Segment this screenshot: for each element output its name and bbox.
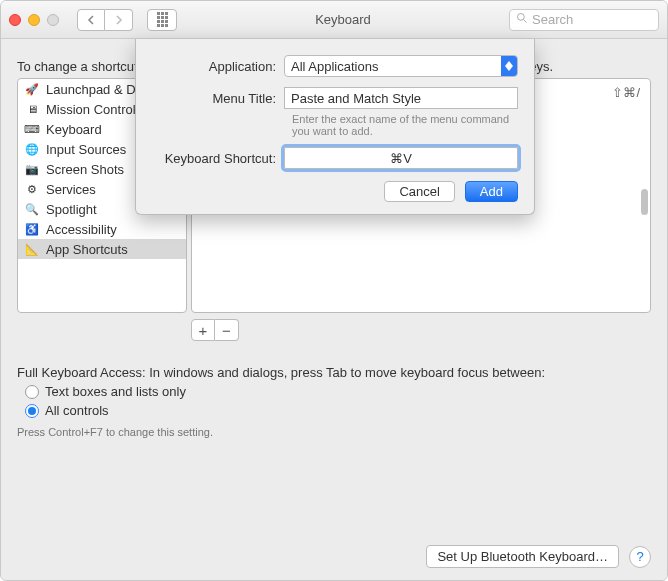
svg-point-0 [518, 14, 525, 21]
grid-icon [157, 12, 168, 27]
radio-checked-icon[interactable] [25, 404, 39, 418]
spotlight-icon: 🔍 [24, 201, 40, 217]
full-keyboard-access-section: Full Keyboard Access: In windows and dia… [17, 365, 651, 438]
fka-intro: Full Keyboard Access: In windows and dia… [17, 365, 651, 380]
menu-title-field[interactable]: Paste and Match Style [284, 87, 518, 109]
svg-line-1 [524, 20, 527, 23]
fka-option-all-controls[interactable]: All controls [25, 403, 651, 418]
search-field[interactable]: Search [509, 9, 659, 31]
keyboard-shortcut-label: Keyboard Shortcut: [152, 151, 284, 166]
zoom-icon [47, 14, 59, 26]
application-label: Application: [152, 59, 284, 74]
close-icon[interactable] [9, 14, 21, 26]
minimize-icon[interactable] [28, 14, 40, 26]
add-remove-buttons: + − [191, 319, 651, 341]
sidebar-item-accessibility[interactable]: ♿Accessibility [18, 219, 186, 239]
application-popup[interactable]: All Applications [284, 55, 518, 77]
chevron-right-icon [114, 15, 124, 25]
remove-shortcut-button[interactable]: − [215, 319, 239, 341]
history-nav [77, 9, 133, 31]
chevron-left-icon [86, 15, 96, 25]
sidebar-item-app-shortcuts[interactable]: 📐App Shortcuts [18, 239, 186, 259]
keyboard-icon: ⌨ [24, 121, 40, 137]
bluetooth-keyboard-button[interactable]: Set Up Bluetooth Keyboard… [426, 545, 619, 568]
scrollbar[interactable] [635, 79, 651, 312]
add-shortcut-sheet: Application: All Applications Menu Title… [135, 39, 535, 215]
window-title: Keyboard [185, 12, 501, 27]
back-button[interactable] [77, 9, 105, 31]
add-button[interactable]: Add [465, 181, 518, 202]
launchpad-icon: 🚀 [24, 81, 40, 97]
input-sources-icon: 🌐 [24, 141, 40, 157]
menu-title-label: Menu Title: [152, 91, 284, 106]
window-controls [9, 14, 59, 26]
menu-title-hint: Enter the exact name of the menu command… [292, 113, 522, 137]
screenshots-icon: 📷 [24, 161, 40, 177]
titlebar: Keyboard Search [1, 1, 667, 39]
keyboard-shortcut-field[interactable]: ⌘V [284, 147, 518, 169]
fka-tip: Press Control+F7 to change this setting. [17, 426, 651, 438]
fka-option-text-boxes[interactable]: Text boxes and lists only [25, 384, 651, 399]
help-button[interactable]: ? [629, 546, 651, 568]
search-icon [516, 12, 528, 27]
footer: Set Up Bluetooth Keyboard… ? [426, 545, 651, 568]
app-shortcuts-icon: 📐 [24, 241, 40, 257]
show-all-button[interactable] [147, 9, 177, 31]
services-icon: ⚙ [24, 181, 40, 197]
scroll-thumb[interactable] [641, 189, 648, 215]
cancel-button[interactable]: Cancel [384, 181, 454, 202]
radio-unchecked-icon[interactable] [25, 385, 39, 399]
preferences-window: Keyboard Search To change a shortcut, se… [0, 0, 668, 581]
add-shortcut-button[interactable]: + [191, 319, 215, 341]
popup-arrows-icon [501, 56, 517, 76]
search-placeholder: Search [532, 12, 573, 27]
mission-control-icon: 🖥 [24, 101, 40, 117]
accessibility-icon: ♿ [24, 221, 40, 237]
application-value: All Applications [291, 59, 378, 74]
forward-button [105, 9, 133, 31]
